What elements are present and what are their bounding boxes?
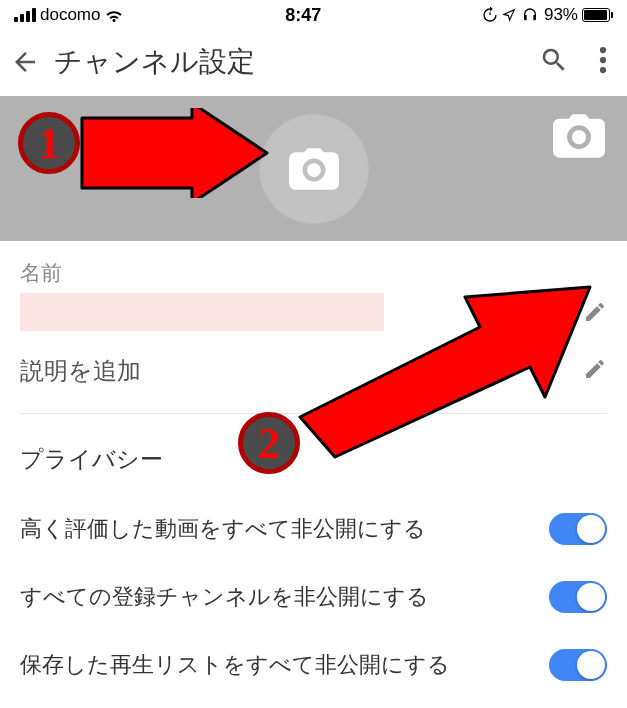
avatar-upload[interactable] bbox=[259, 114, 369, 224]
svg-point-2 bbox=[600, 67, 606, 73]
privacy-row-playlists: 保存した再生リストをすべて非公開にする bbox=[0, 631, 627, 699]
toggle-playlists[interactable] bbox=[549, 649, 607, 681]
toggle-label: すべての登録チャンネルを非公開にする bbox=[20, 582, 429, 612]
page-title: チャンネル設定 bbox=[54, 43, 539, 81]
status-bar: docomo 8:47 93% bbox=[0, 0, 627, 28]
edit-name-button[interactable] bbox=[583, 300, 607, 328]
description-section: 説明を追加 bbox=[0, 343, 627, 413]
banner-camera-button[interactable] bbox=[553, 114, 605, 158]
pencil-icon bbox=[583, 300, 607, 324]
app-bar: チャンネル設定 bbox=[0, 28, 627, 96]
name-section: 名前 bbox=[0, 241, 627, 343]
battery-pct: 93% bbox=[544, 5, 578, 25]
pencil-icon bbox=[583, 357, 607, 381]
camera-icon bbox=[289, 147, 339, 191]
location-icon bbox=[502, 7, 516, 23]
edit-description-button[interactable] bbox=[583, 357, 607, 385]
headphones-icon bbox=[520, 7, 540, 23]
channel-banner[interactable] bbox=[0, 96, 627, 241]
more-vert-icon bbox=[599, 45, 607, 75]
carrier-label: docomo bbox=[40, 5, 100, 25]
privacy-row-subscriptions: すべての登録チャンネルを非公開にする bbox=[0, 563, 627, 631]
toggle-subscriptions[interactable] bbox=[549, 581, 607, 613]
name-label: 名前 bbox=[20, 259, 607, 287]
search-button[interactable] bbox=[539, 45, 569, 79]
privacy-header: プライバシー bbox=[0, 414, 627, 495]
signal-icon bbox=[14, 8, 36, 22]
status-time: 8:47 bbox=[285, 5, 321, 26]
svg-point-1 bbox=[600, 57, 606, 63]
status-left: docomo bbox=[14, 5, 124, 25]
toggle-label: 保存した再生リストをすべて非公開にする bbox=[20, 650, 450, 680]
toggle-label: 高く評価した動画をすべて非公開にする bbox=[20, 514, 426, 544]
camera-icon bbox=[553, 114, 605, 158]
status-right: 93% bbox=[482, 5, 613, 25]
wifi-icon bbox=[104, 7, 124, 23]
more-button[interactable] bbox=[599, 45, 607, 79]
toggle-liked-videos[interactable] bbox=[549, 513, 607, 545]
description-placeholder[interactable]: 説明を追加 bbox=[20, 355, 141, 387]
privacy-row-liked: 高く評価した動画をすべて非公開にする bbox=[0, 495, 627, 563]
search-icon bbox=[539, 45, 569, 75]
back-button[interactable] bbox=[10, 47, 54, 77]
arrow-left-icon bbox=[10, 47, 40, 77]
rotation-lock-icon bbox=[482, 7, 498, 23]
name-value[interactable] bbox=[20, 293, 384, 331]
battery-icon bbox=[582, 8, 613, 22]
svg-point-0 bbox=[600, 47, 606, 53]
